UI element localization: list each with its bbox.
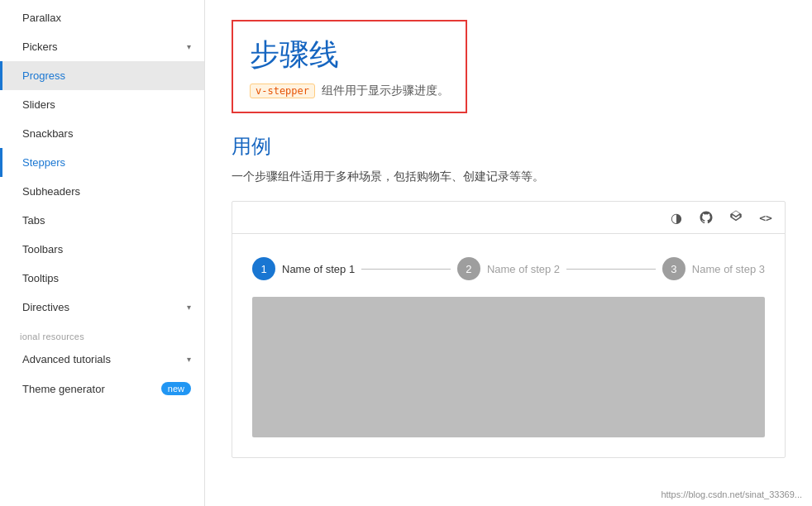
step-label-1: Name of step 1 xyxy=(282,263,355,275)
sidebar-item-label: Theme generator xyxy=(22,383,105,395)
sidebar-item-label: Tooltips xyxy=(22,272,59,284)
codepen-icon[interactable] xyxy=(727,208,745,227)
chevron-down-icon: ▾ xyxy=(187,355,191,364)
content-area: 步骤线 v-stepper 组件用于显示步骤进度。 用例 一个步骤组件适用于多种… xyxy=(205,0,812,478)
sidebar-item-label: Toolbars xyxy=(22,243,63,255)
sidebar-item-directives[interactable]: Directives ▾ xyxy=(0,293,204,322)
sidebar: Parallax Pickers ▾ Progress Sliders Snac… xyxy=(0,0,205,506)
contrast-icon[interactable]: ◑ xyxy=(667,208,685,227)
sidebar-item-theme-generator[interactable]: Theme generator new xyxy=(0,374,204,403)
step-circle-2: 2 xyxy=(457,257,480,280)
sidebar-item-label: Pickers xyxy=(22,41,58,53)
sidebar-item-label: Advanced tutorials xyxy=(22,353,111,365)
sidebar-section-label: ional resources xyxy=(0,322,204,345)
step-circle-3: 3 xyxy=(662,257,685,280)
title-description: v-stepper 组件用于显示步骤进度。 xyxy=(250,84,449,98)
sidebar-item-progress[interactable]: Progress xyxy=(0,61,204,90)
section-description: 一个步骤组件适用于多种场景，包括购物车、创建记录等等。 xyxy=(232,169,786,184)
demo-container: ◑ <> 1 xyxy=(232,201,786,458)
sidebar-item-advanced-tutorials[interactable]: Advanced tutorials ▾ xyxy=(0,345,204,374)
sidebar-item-label: Steppers xyxy=(22,156,65,169)
main-content: 步骤线 v-stepper 组件用于显示步骤进度。 用例 一个步骤组件适用于多种… xyxy=(205,0,812,478)
github-icon[interactable] xyxy=(697,208,715,227)
step-3: 3 Name of step 3 xyxy=(662,257,765,280)
sidebar-item-toolbars[interactable]: Toolbars xyxy=(0,235,204,264)
sidebar-item-label: Snackbars xyxy=(22,127,73,140)
step-line-2 xyxy=(566,269,656,270)
sidebar-item-label: Tabs xyxy=(22,214,45,227)
preview-area xyxy=(252,297,765,437)
section-title: 用例 xyxy=(232,133,786,160)
step-label-2: Name of step 2 xyxy=(487,263,560,275)
sidebar-item-sliders[interactable]: Sliders xyxy=(0,90,204,119)
sidebar-item-subheaders[interactable]: Subheaders xyxy=(0,177,204,206)
chevron-down-icon: ▾ xyxy=(187,42,191,51)
sidebar-item-label: Directives xyxy=(22,301,69,313)
sidebar-item-label: Subheaders xyxy=(22,185,80,198)
new-badge: new xyxy=(161,382,191,395)
stepper: 1 Name of step 1 2 Name of step 2 xyxy=(252,257,765,280)
sidebar-item-steppers[interactable]: Steppers xyxy=(0,148,204,177)
sidebar-item-label: Progress xyxy=(22,69,65,82)
sidebar-item-label: Parallax xyxy=(22,12,61,24)
main-wrapper: 步骤线 v-stepper 组件用于显示步骤进度。 用例 一个步骤组件适用于多种… xyxy=(205,0,812,506)
page-title: 步骤线 xyxy=(250,35,449,75)
step-2: 2 Name of step 2 xyxy=(457,257,560,280)
stepper-area: 1 Name of step 1 2 Name of step 2 xyxy=(232,234,785,297)
sidebar-item-tooltips[interactable]: Tooltips xyxy=(0,264,204,293)
sidebar-item-label: Sliders xyxy=(22,98,55,111)
sidebar-item-pickers[interactable]: Pickers ▾ xyxy=(0,32,204,61)
sidebar-item-tabs[interactable]: Tabs xyxy=(0,206,204,235)
step-label-3: Name of step 3 xyxy=(692,263,765,275)
step-line-1 xyxy=(361,269,451,270)
code-icon[interactable]: <> xyxy=(757,208,775,227)
watermark: https://blog.csdn.net/sinat_33369... xyxy=(661,489,802,499)
title-box: 步骤线 v-stepper 组件用于显示步骤进度。 xyxy=(232,20,467,113)
sidebar-item-snackbars[interactable]: Snackbars xyxy=(0,119,204,148)
step-circle-1: 1 xyxy=(252,257,275,280)
sidebar-item-parallax[interactable]: Parallax xyxy=(0,3,204,32)
chevron-down-icon: ▾ xyxy=(187,303,191,312)
step-1: 1 Name of step 1 xyxy=(252,257,355,280)
code-tag: v-stepper xyxy=(250,84,315,98)
demo-toolbar: ◑ <> xyxy=(232,202,785,234)
